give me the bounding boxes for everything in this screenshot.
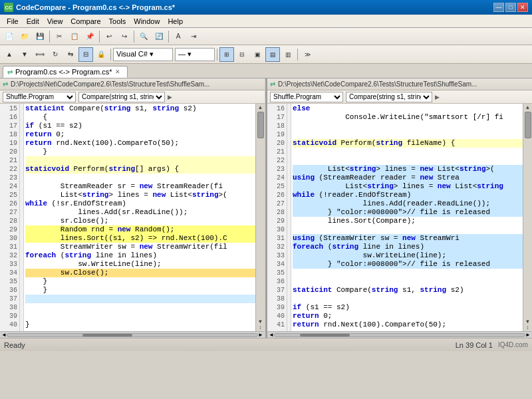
- menu-item-window[interactable]: Window: [130, 16, 164, 27]
- left-code-line-25: List<string> lines = new List<string>(: [25, 191, 255, 200]
- view-mode-5[interactable]: ▥: [281, 47, 295, 62]
- left-gutter-9: [20, 182, 23, 190]
- left-scroll-down-icon[interactable]: ▼: [259, 319, 262, 325]
- replace-button[interactable]: 🔄: [152, 29, 166, 44]
- tab-icon: ⇄: [7, 68, 13, 76]
- menu-item-compare[interactable]: Compare: [66, 16, 104, 27]
- right-editor-toolbar: Shuffle.Program Compare(string s1, strin…: [267, 90, 532, 104]
- right-scroll-thumb[interactable]: [525, 112, 531, 138]
- left-gutter-7: [20, 164, 23, 173]
- title-bar: CC CodeCompare - Program0.cs <-> Program…: [0, 0, 532, 15]
- lock-button[interactable]: 🔒: [94, 47, 108, 62]
- redo-button[interactable]: ↪: [117, 29, 132, 44]
- format-button[interactable]: A: [171, 29, 186, 44]
- left-gutter-0: [20, 104, 23, 112]
- view-mode-2[interactable]: ⊟: [235, 47, 249, 62]
- more-btn[interactable]: ≫: [300, 47, 315, 62]
- left-line-num-24: 24: [0, 182, 17, 191]
- left-scroll-thumb[interactable]: [257, 112, 264, 138]
- left-hscroll-thumb[interactable]: [82, 334, 132, 336]
- left-gutter-20: [20, 277, 23, 285]
- menu-item-edit[interactable]: Edit: [23, 16, 43, 27]
- left-hscroll[interactable]: ◄ ►: [0, 331, 265, 338]
- save-button[interactable]: 💾: [33, 29, 47, 44]
- right-structure-dropdown[interactable]: Shuffle.Program: [270, 92, 343, 102]
- minimize-button[interactable]: —: [493, 3, 504, 12]
- left-line-num-20: 20: [0, 148, 17, 156]
- separator-4: [168, 31, 169, 43]
- left-gutter-23: [20, 303, 23, 311]
- new-button[interactable]: 📄: [2, 29, 17, 44]
- sync-button[interactable]: ⟺: [33, 47, 47, 62]
- maximize-button[interactable]: □: [505, 3, 516, 12]
- separator-1: [49, 31, 50, 43]
- close-button[interactable]: ✕: [517, 3, 528, 12]
- tab-program[interactable]: ⇄ Program0.cs <-> Program.cs* ✕: [3, 66, 128, 78]
- menu-item-view[interactable]: View: [43, 16, 67, 27]
- right-gutter-8: [287, 173, 291, 182]
- tab-close-icon[interactable]: ✕: [115, 68, 120, 75]
- separator-5: [110, 49, 111, 61]
- right-vscroll[interactable]: ▲ ▼ ↕: [523, 104, 532, 331]
- view-mode-1[interactable]: ⊞: [219, 47, 234, 62]
- refresh-button[interactable]: ↻: [48, 47, 63, 62]
- paste-button[interactable]: 📌: [82, 29, 97, 44]
- left-gutter-18: [20, 259, 23, 268]
- right-scroll-up-icon[interactable]: ▲: [526, 104, 529, 110]
- undo-button[interactable]: ↩: [102, 29, 116, 44]
- cut-button[interactable]: ✂: [52, 29, 66, 44]
- encoding-dropdown[interactable]: — ▾: [175, 48, 215, 61]
- left-gutter-14: [20, 225, 23, 233]
- split-button[interactable]: ⊟: [78, 47, 93, 62]
- compare-next-button[interactable]: ▼: [17, 47, 32, 62]
- copy-button[interactable]: 📋: [67, 29, 82, 44]
- left-scroll-up-icon[interactable]: ▲: [259, 104, 262, 110]
- left-scroll-bottom-icon[interactable]: ↕: [259, 325, 262, 331]
- left-line-num-39: 39: [0, 312, 17, 321]
- left-hscroll-left[interactable]: ◄: [1, 332, 7, 338]
- left-code-area[interactable]: 1516171819202122232425262728293031323334…: [0, 104, 265, 331]
- compare-prev-button[interactable]: ▲: [2, 47, 17, 62]
- right-scroll-down-icon[interactable]: ▼: [526, 319, 529, 325]
- right-gutter-9: [287, 182, 291, 190]
- left-vscroll[interactable]: ▲ ▼ ↕: [255, 104, 265, 331]
- indent-button[interactable]: ⇥: [186, 29, 201, 44]
- right-gutter-6: [287, 156, 291, 164]
- menu-item-file[interactable]: File: [3, 16, 23, 27]
- right-method-dropdown[interactable]: Compare(string s1, string: [346, 92, 432, 102]
- left-gutter-21: [20, 285, 23, 294]
- right-line-num-31: 31: [267, 234, 285, 243]
- left-code-line-16: {: [25, 113, 255, 122]
- right-hscroll-left[interactable]: ◄: [269, 332, 274, 338]
- right-hscroll-track[interactable]: [274, 333, 525, 337]
- find-button[interactable]: 🔍: [136, 29, 151, 44]
- view-mode-3[interactable]: ▣: [250, 47, 265, 62]
- right-code-line-36: [293, 277, 523, 286]
- right-code-line-20: static void Perform(string fileName) {: [293, 139, 523, 148]
- right-hscroll[interactable]: ◄ ►: [267, 331, 532, 338]
- left-structure-dropdown[interactable]: Shuffle.Program: [3, 92, 76, 102]
- language-dropdown[interactable]: Visual C# ▾: [113, 48, 173, 61]
- left-code-line-28: sr.Close();: [25, 217, 255, 225]
- menu-item-help[interactable]: Help: [164, 16, 187, 27]
- view-mode-4[interactable]: ▤: [265, 47, 280, 62]
- right-hscroll-right[interactable]: ►: [525, 332, 531, 338]
- left-method-dropdown[interactable]: Compare(string s1, string: [78, 92, 165, 102]
- right-code-area[interactable]: 1617181920212223242526272829303132333435…: [267, 104, 532, 331]
- right-code-line-34: } "color:#008000">// file is released: [293, 260, 523, 269]
- right-gutter-17: [287, 251, 291, 259]
- left-code-line-31: StreamWriter sw = new StreamWriter(fil: [25, 243, 255, 251]
- status-watermark: IQ4D.com: [498, 341, 528, 348]
- swap-button[interactable]: ⇆: [63, 47, 78, 62]
- open-button[interactable]: 📁: [17, 29, 32, 44]
- menu-item-tools[interactable]: Tools: [105, 16, 130, 27]
- right-code-line-19: [293, 130, 523, 139]
- right-code-line-18: [293, 122, 523, 130]
- right-gutter-21: [287, 285, 291, 294]
- right-code-line-24: using (StreamReader reader = new Strea: [293, 174, 523, 182]
- left-hscroll-track[interactable]: [7, 333, 258, 337]
- left-gutter-2: [20, 121, 23, 130]
- right-hscroll-thumb[interactable]: [300, 334, 350, 336]
- right-scroll-bottom-icon[interactable]: ↕: [526, 325, 529, 331]
- left-hscroll-right[interactable]: ►: [258, 332, 263, 338]
